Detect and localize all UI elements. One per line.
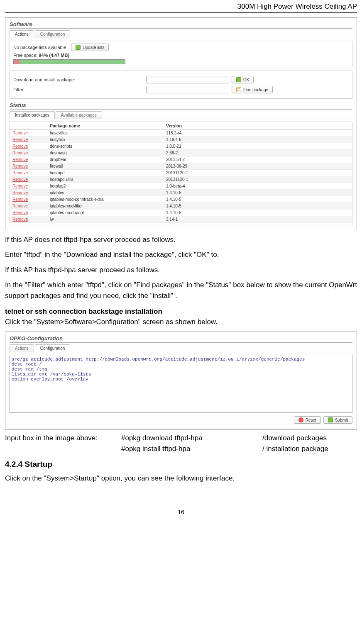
pkg-name: busybox xyxy=(47,137,164,143)
remove-link[interactable]: Remove xyxy=(12,204,28,208)
remove-link[interactable]: Remove xyxy=(12,197,28,202)
col-version: Version xyxy=(164,122,352,130)
remove-link[interactable]: Remove xyxy=(12,164,28,168)
remove-link[interactable]: Remove xyxy=(12,144,28,149)
page-title: 300M High Power Wireless Ceiling AP xyxy=(237,2,357,10)
pkg-version: 1.0-beta-4 xyxy=(164,183,352,190)
check-icon xyxy=(236,77,241,82)
pkg-version: 118.2-r4 xyxy=(164,130,352,137)
no-package-lists: No package lists available xyxy=(13,45,66,50)
refresh-icon xyxy=(76,45,81,50)
free-space-label: Free space: xyxy=(13,53,39,58)
table-row: Removeiptables-mod-conntrack-extra1.4.10… xyxy=(10,196,352,203)
pkg-name: iptables-mod-ipopt xyxy=(47,210,164,216)
table-row: Removeiptables1.4.10-5 xyxy=(10,190,352,196)
remove-link[interactable]: Remove xyxy=(12,157,28,162)
free-space-value: 94% (4.47 MB) xyxy=(39,53,69,58)
paragraph: Enter "tftpd" in the "Download and insta… xyxy=(5,249,357,260)
submit-label: Submit xyxy=(335,418,348,422)
remove-link[interactable]: Remove xyxy=(12,210,28,215)
subheading: telnet or ssh connection backstage insta… xyxy=(5,307,357,316)
install-box: Download and install package: OK Filter:… xyxy=(10,71,352,99)
paragraph: If this AP does not tftpd-hpa server pro… xyxy=(5,234,357,245)
tab-available-packages[interactable]: Available packages xyxy=(56,111,102,119)
remove-link[interactable]: Remove xyxy=(12,177,28,182)
update-lists-label: Update lists xyxy=(83,45,104,50)
download-package-input[interactable] xyxy=(146,76,229,83)
pkg-version: 2011.54-2 xyxy=(164,156,352,163)
table-row: Removeiptables-mod-ipopt1.4.10-5 xyxy=(10,210,352,216)
remove-link[interactable]: Remove xyxy=(12,190,28,195)
pkg-name: firewall xyxy=(47,163,164,170)
cmd-2b: / installation package xyxy=(262,445,328,453)
table-row: Removehostapd-utils20131120-1 xyxy=(10,176,352,183)
free-space-bar xyxy=(13,59,125,64)
pkg-version: 1.19.4-6 xyxy=(164,137,352,143)
table-row: Removehotplug21.0-beta-4 xyxy=(10,183,352,190)
remove-link[interactable]: Remove xyxy=(12,151,28,155)
pkg-version: 20131120-1 xyxy=(164,170,352,176)
pkg-version: 1.4.10-5 xyxy=(164,190,352,196)
tab-installed-packages[interactable]: Installed packages xyxy=(10,111,55,119)
pkg-name: iptables-mod-conntrack-extra xyxy=(47,196,164,203)
cmd-row-2: #opkg install tftpd-hpa / installation p… xyxy=(5,445,357,453)
pkg-version: 3.14-1 xyxy=(164,216,352,223)
page-number: 16 xyxy=(5,509,357,515)
remove-link[interactable]: Remove xyxy=(12,184,28,188)
free-space-segment xyxy=(20,60,125,64)
pkg-name: iw xyxy=(47,216,164,223)
remove-link[interactable]: Remove xyxy=(12,171,28,175)
pkg-version: 1.4.10-5 xyxy=(164,196,352,203)
paragraph: In the "Filter" which enter "tftpd", cli… xyxy=(5,280,357,302)
pkg-name: hostapd xyxy=(47,170,164,176)
cmd-intro: Input box in the image above: xyxy=(5,434,121,442)
pkg-name: hostapd-utils xyxy=(47,176,164,183)
filter-label: Filter: xyxy=(13,87,146,92)
pkg-name: hotplug2 xyxy=(47,183,164,190)
reset-button[interactable]: Reset xyxy=(294,416,321,424)
remove-link[interactable]: Remove xyxy=(12,131,28,135)
tab-configuration[interactable]: Configuration xyxy=(35,30,70,38)
packages-box: Package name Version Removebase-files118… xyxy=(10,122,352,223)
table-row: Removednsmasq2.66-2 xyxy=(10,150,352,156)
tab-opkg-actions[interactable]: Actions xyxy=(10,344,34,352)
pkg-version: 1.4.10-5 xyxy=(164,203,352,210)
find-label: Find package xyxy=(243,88,268,92)
opkg-panel: OPKG-Configuration Actions Configuration… xyxy=(5,332,357,430)
pkg-name: dnsmasq xyxy=(47,150,164,156)
reset-label: Reset xyxy=(306,418,316,422)
table-row: Removehostapd20131120-1 xyxy=(10,170,352,176)
col-remove xyxy=(10,122,47,130)
tab-actions[interactable]: Actions xyxy=(10,30,34,38)
remove-link[interactable]: Remove xyxy=(12,217,28,222)
table-row: Removebase-files118.2-r4 xyxy=(10,130,352,137)
cmd-1a: #opkg download tftpd-hpa xyxy=(121,434,262,442)
pkg-version: 2013-06-29 xyxy=(164,163,352,170)
table-row: Removedropbear2011.54-2 xyxy=(10,156,352,163)
table-row: Removeddns-scripts1.0.0-21 xyxy=(10,143,352,150)
update-lists-button[interactable]: Update lists xyxy=(71,44,109,51)
page-header: 300M High Power Wireless Ceiling AP xyxy=(5,0,357,13)
download-label: Download and install package: xyxy=(13,77,146,82)
actions-box: No package lists available Update lists … xyxy=(10,41,352,67)
ok-button[interactable]: OK xyxy=(232,76,254,83)
opkg-title: OPKG-Configuration xyxy=(10,335,352,343)
tab-opkg-configuration[interactable]: Configuration xyxy=(35,344,70,352)
startup-heading: 4.2.4 Startup xyxy=(5,460,357,469)
remove-link[interactable]: Remove xyxy=(12,137,28,142)
status-tabs: Installed packages Available packages xyxy=(10,111,352,119)
table-row: Removeiptables-mod-filter1.4.10-5 xyxy=(10,203,352,210)
paragraph: Click the "System>Software>Configuration… xyxy=(5,317,357,327)
used-space-segment xyxy=(14,60,20,64)
software-tabs: Actions Configuration xyxy=(10,30,352,38)
check-icon xyxy=(328,417,333,422)
cmd-2a: #opkg install tftpd-hpa xyxy=(121,445,262,453)
submit-button[interactable]: Submit xyxy=(323,416,352,424)
table-row: Removebusybox1.19.4-6 xyxy=(10,137,352,143)
opkg-config-textarea[interactable] xyxy=(10,355,352,413)
packages-table: Package name Version Removebase-files118… xyxy=(10,122,352,223)
filter-input[interactable] xyxy=(146,86,229,93)
pkg-name: dropbear xyxy=(47,156,164,163)
pkg-version: 1.0.0-21 xyxy=(164,143,352,150)
find-package-button[interactable]: Find package xyxy=(232,86,273,93)
